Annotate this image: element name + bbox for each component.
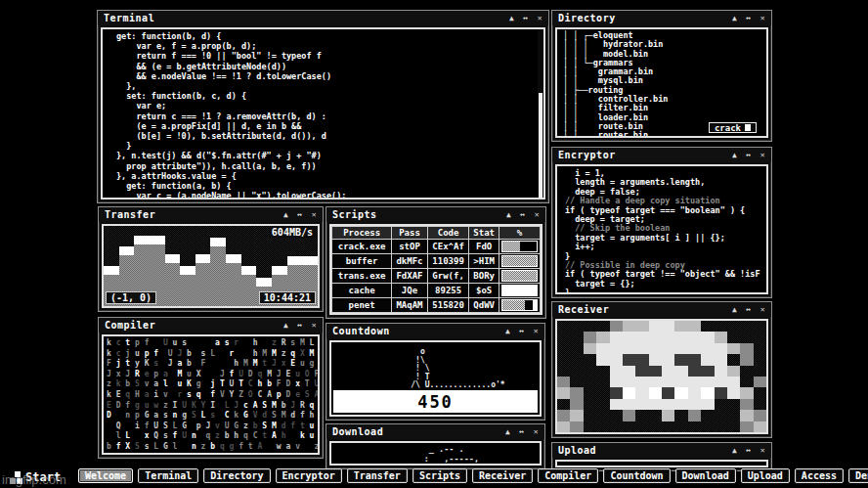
- scripts-title: Scripts: [332, 209, 377, 220]
- scripts-cell-process: penet: [332, 298, 392, 313]
- taskbar-button-denied[interactable]: Denied: [848, 468, 868, 483]
- crack-button[interactable]: crack: [709, 122, 757, 133]
- taskbar-button-directory[interactable]: Directory: [203, 468, 270, 483]
- table-row: bufferdkMFc110399>HIM: [332, 254, 541, 269]
- minimize-icon[interactable]: ▲: [505, 328, 510, 335]
- scripts-column-header: Stat: [469, 227, 499, 240]
- resize-icon[interactable]: ↔: [297, 211, 302, 219]
- taskbar-button-receiver[interactable]: Receiver: [472, 468, 533, 483]
- taskbar-button-compiler[interactable]: Compiler: [538, 468, 598, 483]
- scripts-cell-pass: FdXAF: [392, 269, 428, 284]
- terminal-window: Terminal ▲ ↔ ✕ get: function(b, d) { var…: [97, 10, 549, 203]
- countdown-titlebar[interactable]: Countdown ▲ ↔ ✕: [326, 324, 544, 338]
- transfer-titlebar[interactable]: Transfer ▲ ↔ ✕: [99, 207, 323, 222]
- close-icon[interactable]: ✕: [534, 428, 539, 436]
- scripts-progress-cell: [499, 284, 540, 298]
- taskbar-button-download[interactable]: Download: [675, 468, 736, 483]
- table-row: penetMAqAM515820QdWV: [332, 298, 541, 313]
- close-icon[interactable]: ✕: [535, 211, 540, 219]
- close-icon[interactable]: ✕: [312, 322, 317, 330]
- close-icon[interactable]: ✕: [760, 15, 765, 22]
- scripts-cell-code: 515820: [427, 298, 469, 313]
- resize-icon[interactable]: ↔: [519, 428, 524, 436]
- minimize-icon[interactable]: ▲: [283, 322, 288, 330]
- terminal-content: get: function(b, d) { var e, f = a.prop(…: [101, 27, 545, 200]
- close-icon[interactable]: ✕: [538, 15, 542, 22]
- resize-icon[interactable]: ↔: [746, 152, 751, 159]
- taskbar-button-transfer[interactable]: Transfer: [347, 468, 408, 483]
- directory-titlebar[interactable]: Directory ▲ ↔ ✕: [552, 11, 771, 25]
- download-titlebar[interactable]: Download ▲ ↔ ✕: [326, 424, 544, 439]
- terminal-scrollbar[interactable]: [538, 29, 543, 198]
- close-icon[interactable]: ✕: [312, 211, 317, 219]
- compiler-title: Compiler: [105, 320, 155, 331]
- taskbar-button-upload[interactable]: Upload: [741, 468, 790, 483]
- resize-icon[interactable]: ↔: [746, 306, 751, 314]
- resize-icon[interactable]: ↔: [297, 322, 302, 330]
- close-icon[interactable]: ✕: [760, 152, 765, 159]
- minimize-icon[interactable]: ▲: [283, 211, 288, 219]
- receiver-titlebar[interactable]: Receiver ▲ ↔ ✕: [552, 302, 771, 317]
- scripts-cell-stat: BORy: [469, 269, 499, 284]
- compiler-window: Compiler ▲ ↔ ✕ k c t p f U u s a s r h z…: [98, 317, 324, 459]
- transfer-time-label: 10:44:21: [259, 291, 316, 304]
- encryptor-title: Encryptor: [558, 150, 616, 160]
- download-content: _ .-- . : ,-----, : /__,---' 7: [329, 441, 542, 466]
- taskbar-button-access[interactable]: Access: [795, 468, 844, 483]
- table-row: trans.exeFdXAFGrw(f,BORy: [332, 269, 541, 284]
- resize-icon[interactable]: ↔: [520, 211, 525, 219]
- minimize-icon[interactable]: ▲: [506, 211, 511, 219]
- scripts-cell-pass: stOP: [392, 240, 428, 254]
- scripts-cell-code: 110399: [427, 254, 469, 269]
- close-icon[interactable]: ✕: [534, 328, 539, 335]
- compiler-content: k c t p f U u s a s r h z R s M L lk c j…: [102, 334, 320, 455]
- close-icon[interactable]: ✕: [760, 306, 765, 314]
- resize-icon[interactable]: ↔: [519, 328, 524, 335]
- taskbar-button-countdown[interactable]: Countdown: [603, 468, 670, 483]
- transfer-rate-label: 604MB/s: [269, 227, 316, 238]
- minimize-icon[interactable]: ▲: [732, 152, 737, 159]
- scripts-progress-cell: [499, 254, 540, 269]
- receiver-window: Receiver ▲ ↔ ✕: [551, 301, 772, 438]
- compiler-titlebar[interactable]: Compiler ▲ ↔ ✕: [99, 318, 323, 333]
- scripts-cell-process: buffer: [332, 254, 392, 269]
- taskbar-button-encryptor[interactable]: Encryptor: [276, 468, 342, 483]
- encryptor-titlebar[interactable]: Encryptor ▲ ↔ ✕: [552, 148, 771, 162]
- resize-icon[interactable]: ↔: [746, 447, 751, 455]
- bomb-fuse-ascii-art: o !\ ! \ ! T /\ U.............o'*: [331, 342, 540, 390]
- scripts-cell-pass: MAqAM: [392, 298, 428, 313]
- crack-button-label: crack: [715, 123, 741, 133]
- minimize-icon[interactable]: ▲: [732, 306, 737, 314]
- scripts-progress-cell: [499, 240, 540, 254]
- taskbar-buttons: WelcomeTerminalDirectoryEncryptorTransfe…: [78, 468, 868, 483]
- receiver-title: Receiver: [558, 304, 609, 315]
- taskbar-button-welcome[interactable]: Welcome: [78, 468, 133, 483]
- scripts-cell-pass: JQe: [392, 284, 428, 298]
- scripts-cell-code: CEx^Af: [427, 240, 469, 254]
- minimize-icon[interactable]: ▲: [732, 15, 737, 22]
- resize-icon[interactable]: ↔: [746, 15, 751, 22]
- table-row: cacheJQe89255$oS: [332, 284, 541, 298]
- scripts-cell-process: crack.exe: [332, 240, 392, 254]
- minimize-icon[interactable]: ▲: [505, 428, 510, 436]
- taskbar-button-terminal[interactable]: Terminal: [138, 468, 198, 483]
- terminal-titlebar[interactable]: Terminal ▲ ↔ ✕: [98, 11, 548, 25]
- resize-icon[interactable]: ↔: [523, 15, 528, 22]
- progress-bar: [501, 299, 538, 311]
- scripts-titlebar[interactable]: Scripts ▲ ↔ ✕: [326, 207, 545, 222]
- scripts-table: ProcessPassCodeStat%crack.exestOPCEx^AfF…: [331, 226, 541, 313]
- upload-titlebar[interactable]: Upload ▲ ↔ ✕: [552, 443, 771, 458]
- receiver-content: [555, 319, 768, 434]
- scripts-cell-code: Grw(f,: [427, 269, 469, 284]
- minimize-icon[interactable]: ▲: [509, 15, 514, 22]
- scripts-cell-code: 89255: [427, 284, 469, 298]
- minimize-icon[interactable]: ▲: [732, 447, 737, 455]
- scripts-window: Scripts ▲ ↔ ✕ ProcessPassCodeStat%crack.…: [326, 206, 546, 319]
- folder-ascii-art: _ .-- . : ,-----, : /__,---' 7: [331, 443, 540, 466]
- countdown-content: o !\ ! \ ! T /\ U.............o'* 450: [329, 340, 542, 417]
- close-icon[interactable]: ✕: [760, 447, 765, 455]
- scrollbar-thumb[interactable]: [539, 93, 542, 198]
- taskbar-button-scripts[interactable]: Scripts: [412, 468, 467, 483]
- terminal-code: get: function(b, d) { var e, f = a.prop(…: [103, 29, 543, 200]
- countdown-value-bar: 450: [333, 390, 538, 413]
